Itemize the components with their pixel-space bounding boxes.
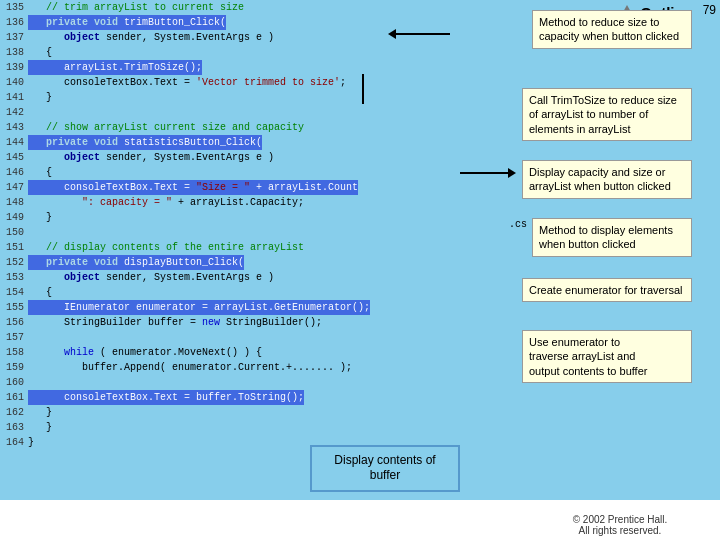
footer-line2: All rights reserved. xyxy=(524,525,716,536)
code-line-161: 161 consoleTextBox.Text = buffer.ToStrin… xyxy=(0,390,720,405)
tooltip-call-trim: Call TrimToSize to reduce size of arrayL… xyxy=(522,88,692,141)
arrow-reduce xyxy=(390,33,450,35)
tooltip-reduce-size: Method to reduce size to capacity when b… xyxy=(532,10,692,49)
code-line-162: 162 } xyxy=(0,405,720,420)
arrow-capacity-head xyxy=(508,168,516,178)
code-line-156: 156 StringBuilder buffer = new StringBui… xyxy=(0,315,720,330)
arrow-capacity xyxy=(460,172,510,174)
tooltip-display-contents: Display contents of buffer xyxy=(310,445,460,492)
code-line-139: 139 arrayList.TrimToSize(); xyxy=(0,60,720,75)
page-number: 79 xyxy=(703,3,716,17)
code-line-163: 163 } xyxy=(0,420,720,435)
page-container: 135 // trim arrayList to current size 13… xyxy=(0,0,720,540)
tooltip-display-capacity: Display capacity and size or arrayList w… xyxy=(522,160,692,199)
footer: © 2002 Prentice Hall. All rights reserve… xyxy=(520,510,720,540)
tooltip-create-enumerator: Create enumerator for traversal xyxy=(522,278,692,302)
tooltip-use-enumerator: Use enumerator to traverse arrayList and… xyxy=(522,330,692,383)
footer-line1: © 2002 Prentice Hall. xyxy=(524,514,716,525)
arrow-trim-vert xyxy=(362,74,364,104)
code-line-152: 152 private void displayButton_Click( xyxy=(0,255,720,270)
cs-badge: .cs xyxy=(506,218,530,231)
tooltip-method-display: Method to display elements when button c… xyxy=(532,218,692,257)
arrow-reduce-head xyxy=(388,29,396,39)
